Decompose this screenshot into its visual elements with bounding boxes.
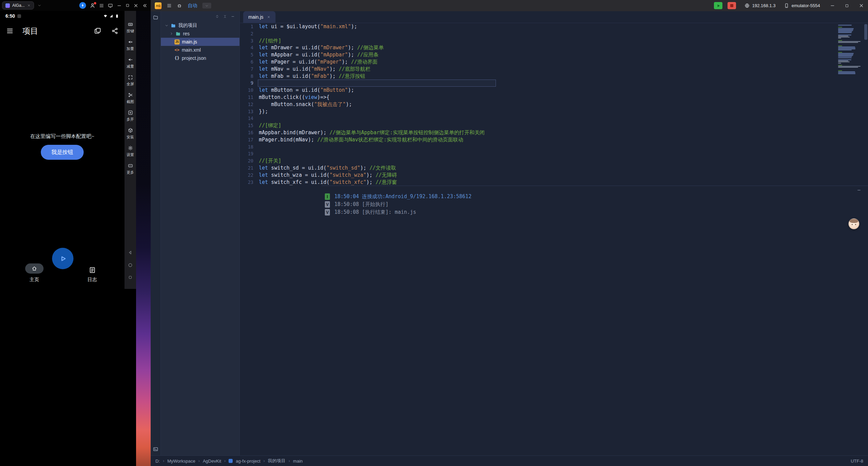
sidebar-collapse-icon[interactable] bbox=[142, 3, 147, 8]
js-file-icon: JS bbox=[174, 39, 180, 45]
breadcrumb-separator: › bbox=[289, 459, 290, 463]
screencast-icon[interactable] bbox=[108, 3, 113, 8]
toolbar-item-multi-instance[interactable]: 多开 bbox=[127, 110, 134, 122]
app-bar: 项目 bbox=[0, 21, 124, 41]
android-home-button[interactable] bbox=[128, 263, 133, 267]
mode-selector[interactable]: 自动 bbox=[188, 3, 197, 9]
hide-panel-icon[interactable] bbox=[231, 15, 235, 18]
run-button[interactable] bbox=[714, 2, 722, 9]
line-number: 13 bbox=[240, 108, 259, 115]
run-fab[interactable] bbox=[52, 248, 73, 269]
toolbar-item-volume-down[interactable]: 减量 bbox=[127, 57, 134, 69]
tree-item-res[interactable]: res bbox=[161, 30, 239, 38]
toolbar-item-more[interactable]: 更多 bbox=[127, 163, 134, 175]
minimap-line bbox=[838, 69, 861, 70]
toolbar-item-settings[interactable]: 设置 bbox=[127, 145, 134, 157]
ide-maximize-button[interactable] bbox=[845, 4, 849, 8]
collapse-all-icon[interactable] bbox=[223, 15, 227, 18]
tree-item-xxxx[interactable]: 我的项目 bbox=[161, 21, 239, 30]
terminal-icon[interactable] bbox=[153, 447, 158, 452]
play-icon bbox=[716, 4, 720, 8]
app-logo: AG bbox=[155, 2, 162, 9]
chevron-right-icon[interactable] bbox=[170, 32, 173, 35]
tree-item-main.js[interactable]: JSmain.js bbox=[161, 38, 239, 46]
mode-dropdown[interactable] bbox=[202, 3, 211, 8]
emulator-app-tab[interactable]: AlGa... bbox=[2, 1, 34, 10]
code-line-19 bbox=[259, 150, 868, 157]
minimap-line bbox=[838, 68, 861, 69]
toolbar-item-keyboard[interactable]: 按键 bbox=[127, 22, 134, 34]
line-number: 21 bbox=[240, 165, 259, 172]
chevron-down-icon[interactable] bbox=[165, 24, 168, 27]
code-editor[interactable]: 1234567891011121314151617181920212223 le… bbox=[240, 23, 868, 186]
minimap-line bbox=[838, 55, 853, 56]
tab-close-icon[interactable] bbox=[267, 15, 270, 19]
assistant-avatar[interactable] bbox=[849, 219, 859, 229]
expand-all-icon[interactable] bbox=[215, 15, 219, 18]
breadcrumb-segment[interactable]: ag-fx-project bbox=[236, 459, 260, 464]
main-menu-icon[interactable] bbox=[167, 3, 172, 8]
tab-close-icon[interactable] bbox=[27, 4, 31, 7]
minimap-line bbox=[838, 64, 861, 65]
log-row: I18:50:04 连接成功:Android_9/192.168.1.23:58… bbox=[325, 193, 868, 200]
minimap-line bbox=[838, 34, 861, 34]
code-line-22: let switch_wza = ui.id("switch_wza"); //… bbox=[259, 172, 868, 179]
emulator-close-button[interactable] bbox=[133, 3, 138, 8]
toolbar-item-fullscreen[interactable]: 全屏 bbox=[127, 75, 134, 87]
code-line-12: mButton.snack("我被点击了"); bbox=[259, 101, 868, 108]
connection-address[interactable]: 192.168.1.3 bbox=[745, 3, 775, 8]
boost-icon[interactable] bbox=[79, 2, 86, 9]
settings-icon bbox=[128, 145, 133, 151]
device-selector[interactable]: emulator-5554 bbox=[784, 3, 820, 8]
json-file-icon: {} bbox=[174, 56, 179, 61]
emulator-maximize-button[interactable] bbox=[126, 3, 130, 7]
ide-minimize-button[interactable] bbox=[830, 3, 835, 8]
tab-dropdown-icon[interactable] bbox=[38, 4, 41, 7]
demo-button[interactable]: 我是按钮 bbox=[41, 145, 84, 160]
tree-item-project.json[interactable]: {}project.json bbox=[161, 54, 239, 62]
minimap[interactable] bbox=[838, 25, 861, 74]
stop-button[interactable] bbox=[728, 2, 736, 9]
emulator-menu-icon[interactable] bbox=[99, 3, 104, 8]
toolbar-item-install-apk[interactable]: 安装 bbox=[127, 128, 134, 140]
volume-down-icon bbox=[128, 57, 133, 62]
line-number: 10 bbox=[240, 87, 259, 94]
console-logs: I18:50:04 连接成功:Android_9/192.168.1.23:58… bbox=[321, 186, 868, 216]
breadcrumb-segment[interactable]: 我的项目 bbox=[268, 458, 286, 464]
scrollbar-thumb[interactable] bbox=[864, 24, 867, 40]
nav-log[interactable]: 日志 bbox=[82, 266, 102, 283]
toolbar-item-volume-up[interactable]: 加量 bbox=[127, 39, 134, 51]
line-number: 9 bbox=[240, 80, 259, 87]
share-icon[interactable] bbox=[112, 28, 118, 34]
android-nav-buttons bbox=[128, 250, 133, 289]
minimap-line bbox=[838, 65, 842, 66]
breadcrumb-segment[interactable]: AgDevKit bbox=[203, 459, 221, 464]
minimap-line bbox=[838, 37, 850, 37]
status-app-icon bbox=[17, 14, 21, 18]
explorer-activity-icon[interactable] bbox=[153, 15, 158, 20]
tree-item-main.xml[interactable]: <>main.xml bbox=[161, 46, 239, 54]
console-minimize-button[interactable] bbox=[857, 188, 861, 192]
log-text: 18:50:08 [开始执行] bbox=[334, 201, 388, 208]
breadcrumb-segment[interactable]: MyWorkspace bbox=[167, 459, 195, 464]
breadcrumb-segment[interactable]: main bbox=[293, 459, 303, 464]
tab-main-js[interactable]: main.js bbox=[243, 11, 276, 23]
debug-icon[interactable] bbox=[177, 3, 182, 8]
android-recents-button[interactable] bbox=[128, 275, 132, 279]
breadcrumb-segment[interactable]: D: bbox=[155, 459, 160, 464]
chevron-down-icon bbox=[205, 4, 208, 7]
minimap-line bbox=[838, 53, 854, 54]
emulator-minimize-button[interactable] bbox=[117, 3, 122, 8]
ide-close-button[interactable] bbox=[859, 3, 864, 8]
drawer-menu-icon[interactable] bbox=[6, 27, 14, 35]
minimap-line bbox=[838, 63, 841, 64]
projects-stack-icon[interactable] bbox=[94, 27, 101, 35]
line-number: 2 bbox=[240, 30, 259, 37]
file-name: 我的项目 bbox=[178, 22, 197, 29]
editor-scrollbar[interactable] bbox=[863, 23, 868, 186]
nav-home[interactable]: 主页 bbox=[24, 263, 44, 283]
line-number: 4 bbox=[240, 44, 259, 51]
android-back-button[interactable] bbox=[128, 250, 133, 255]
user-account-icon[interactable] bbox=[90, 3, 95, 8]
toolbar-item-screenshot[interactable]: 截图 bbox=[127, 92, 134, 104]
